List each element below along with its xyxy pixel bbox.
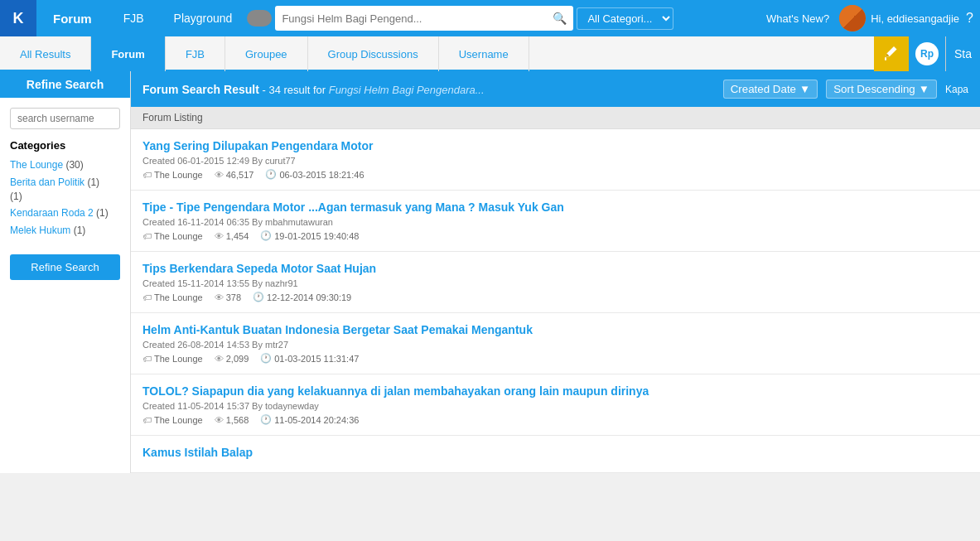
views-stat-3: 👁 2,099: [215, 354, 249, 364]
tag-icon-4: 🏷: [142, 415, 152, 425]
site-logo[interactable]: K: [0, 0, 36, 36]
results-query: Fungsi Helm Bagi Pengendara...: [329, 84, 485, 96]
forum-item-0: Yang Sering Dilupakan Pengendara Motor C…: [131, 129, 980, 191]
clock-stat-1: 🕐 19-01-2015 19:40:48: [260, 230, 359, 241]
tag-icon-1: 🏷: [142, 231, 152, 241]
category-extra-count: (1): [10, 191, 22, 202]
category-item-kendaraan: Kendaraan Roda 2 (1): [10, 206, 120, 220]
clock-stat-4: 🕐 11-05-2014 20:24:36: [260, 414, 359, 425]
category-link-berita[interactable]: Berita dan Politik: [10, 176, 87, 188]
whats-new-link[interactable]: What's New?: [756, 12, 839, 25]
created-date-sort-button[interactable]: Created Date ▼: [723, 80, 818, 99]
forum-item-meta-4: Created 11-05-2014 15:37 By todaynewday: [142, 401, 968, 411]
category-link-hukum[interactable]: Melek Hukum: [10, 225, 74, 236]
forum-item-stats-0: 🏷 The Lounge 👁 46,517 🕐 06-03-2015 18:21…: [142, 169, 968, 180]
eye-icon-1: 👁: [215, 231, 224, 241]
category-stat-4: 🏷 The Lounge: [142, 415, 203, 425]
results-title-group: Forum Search Result - 34 result for Fung…: [142, 83, 485, 96]
forum-item-title-0[interactable]: Yang Sering Dilupakan Pengendara Motor: [142, 139, 968, 152]
category-stat-2: 🏷 The Lounge: [142, 292, 203, 302]
eye-icon-4: 👁: [215, 415, 224, 425]
main-layout: Refine Search Categories The Lounge (30)…: [0, 71, 980, 473]
forum-item-5: Kamus Istilah Balap: [131, 436, 980, 473]
forum-item-1: Tipe - Tipe Pengendara Motor ...Agan ter…: [131, 191, 980, 252]
forum-item-title-4[interactable]: TOLOL? Siapapun dia yang kelakuannya di …: [142, 384, 968, 398]
search-bar: 🔍: [275, 6, 573, 31]
clock-icon-0: 🕐: [265, 169, 277, 180]
results-header: Forum Search Result - 34 result for Fung…: [131, 71, 980, 107]
category-item-berita: Berita dan Politik (1) (1): [10, 176, 120, 204]
plus-icon: Sta: [954, 47, 972, 60]
tab-right-buttons: Rp Sta: [874, 36, 980, 70]
svg-rect-0: [885, 57, 886, 60]
category-stat-0: 🏷 The Lounge: [142, 170, 203, 180]
refine-search-button[interactable]: Refine Search: [10, 254, 120, 280]
eye-icon-2: 👁: [215, 292, 224, 302]
category-item-hukum: Melek Hukum (1): [10, 224, 120, 238]
rp-circle-icon: Rp: [915, 42, 939, 65]
sort-descending-button[interactable]: Sort Descending ▼: [826, 80, 937, 99]
tab-username[interactable]: Username: [439, 36, 529, 71]
sidebar-title: Refine Search: [0, 71, 130, 98]
category-count-kendaraan: (1): [96, 207, 109, 219]
forum-item-title-5[interactable]: Kamus Istilah Balap: [142, 446, 968, 459]
hi-user-text: Hi, eddiesangadjie: [871, 12, 959, 25]
forum-item-meta-0: Created 06-01-2015 12:49 By curut77: [142, 156, 968, 166]
views-stat-0: 👁 46,517: [215, 170, 254, 180]
rp-button[interactable]: Rp: [909, 36, 945, 71]
forum-item-title-3[interactable]: Helm Anti-Kantuk Buatan Indonesia Berget…: [142, 323, 968, 336]
pencil-icon: [883, 46, 900, 62]
forum-item-meta-3: Created 26-08-2014 14:53 By mtr27: [142, 340, 968, 350]
views-stat-4: 👁 1,568: [215, 415, 249, 425]
create-thread-button[interactable]: Sta: [945, 36, 980, 71]
tab-all-results[interactable]: All Results: [0, 36, 91, 71]
results-controls: Created Date ▼ Sort Descending ▼ Kapa: [723, 80, 968, 99]
tab-groupee[interactable]: Groupee: [225, 36, 308, 71]
views-stat-2: 👁 378: [215, 292, 241, 302]
content-area: Forum Search Result - 34 result for Fung…: [131, 71, 980, 473]
clock-stat-2: 🕐 12-12-2014 09:30:19: [253, 292, 351, 302]
tag-icon-0: 🏷: [142, 170, 152, 180]
search-icon[interactable]: 🔍: [553, 12, 567, 25]
forum-item-stats-3: 🏷 The Lounge 👁 2,099 🕐 01-03-2015 11:31:…: [142, 353, 968, 364]
category-item-lounge: The Lounge (30): [10, 158, 120, 172]
create-pencil-button[interactable]: [874, 36, 909, 71]
category-link-kendaraan[interactable]: Kendaraan Roda 2: [10, 207, 96, 219]
tab-group-discussions[interactable]: Group Discussions: [308, 36, 439, 71]
forum-item-stats-2: 🏷 The Lounge 👁 378 🕐 12-12-2014 09:30:19: [142, 292, 968, 302]
forum-item-4: TOLOL? Siapapun dia yang kelakuannya di …: [131, 374, 980, 436]
tab-fjb[interactable]: FJB: [166, 36, 225, 71]
category-link-lounge[interactable]: The Lounge: [10, 159, 65, 171]
clock-icon-1: 🕐: [260, 230, 272, 241]
tabs-bar: All Results Forum FJB Groupee Group Disc…: [0, 36, 980, 71]
avatar-image: [839, 5, 866, 31]
nav-playground[interactable]: Playground: [159, 0, 248, 36]
category-count-berita: (1): [87, 176, 99, 188]
forum-item-3: Helm Anti-Kantuk Buatan Indonesia Berget…: [131, 313, 980, 374]
clock-icon-2: 🕐: [253, 292, 264, 302]
forum-item-2: Tips Berkendara Sepeda Motor Saat Hujan …: [131, 252, 980, 313]
username-search-input[interactable]: [10, 108, 120, 129]
avatar[interactable]: [839, 5, 866, 31]
nav-right: What's New? Hi, eddiesangadjie ?: [756, 5, 980, 31]
nav-fjb[interactable]: FJB: [109, 0, 159, 36]
cloud-icon: [247, 10, 272, 27]
forum-item-stats-4: 🏷 The Lounge 👁 1,568 🕐 11-05-2014 20:24:…: [142, 414, 968, 425]
search-input[interactable]: [282, 12, 553, 25]
categories-title: Categories: [10, 139, 120, 152]
sidebar: Refine Search Categories The Lounge (30)…: [0, 71, 131, 473]
forum-listing-label: Forum Listing: [131, 107, 980, 129]
category-count-lounge: (30): [65, 159, 83, 171]
clock-icon-4: 🕐: [260, 414, 272, 425]
forum-item-title-1[interactable]: Tipe - Tipe Pengendara Motor ...Agan ter…: [142, 200, 968, 214]
forum-item-title-2[interactable]: Tips Berkendara Sepeda Motor Saat Hujan: [142, 262, 968, 275]
results-count: - 34 result for: [262, 84, 328, 96]
nav-forum[interactable]: Forum: [36, 0, 109, 36]
kapa-text: Kapa: [945, 84, 968, 95]
tab-forum[interactable]: Forum: [91, 36, 165, 71]
help-icon[interactable]: ?: [966, 11, 973, 26]
clock-stat-0: 🕐 06-03-2015 18:21:46: [265, 169, 364, 180]
results-title: Forum Search Result: [142, 83, 259, 96]
forum-item-stats-1: 🏷 The Lounge 👁 1,454 🕐 19-01-2015 19:40:…: [142, 230, 968, 241]
category-select[interactable]: All Categori...: [577, 7, 673, 30]
